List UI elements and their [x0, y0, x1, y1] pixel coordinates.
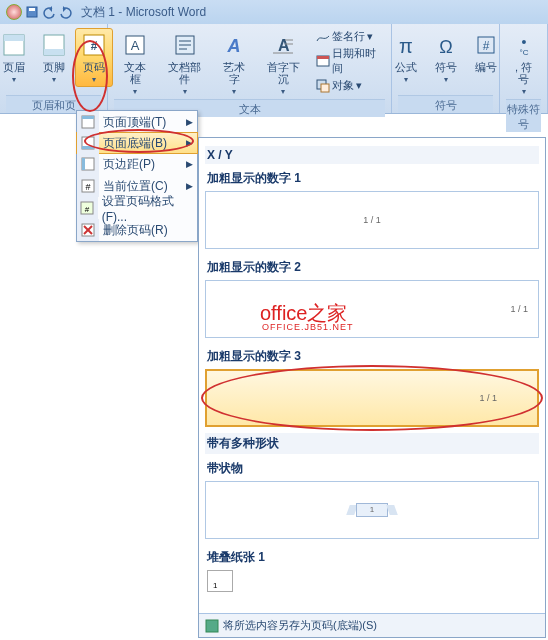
svg-rect-5 [44, 49, 64, 55]
save-icon[interactable] [25, 5, 39, 19]
gallery-save-selection[interactable]: 将所选内容另存为页码(底端)(S) [199, 613, 545, 637]
object-icon [316, 79, 330, 93]
calendar-icon [316, 54, 330, 68]
svg-text:A: A [227, 36, 241, 56]
footer-button[interactable]: 页脚▾ [35, 28, 73, 87]
special-symbol-button[interactable]: •°C , 符号▾ [505, 28, 543, 99]
save-selection-icon [205, 619, 219, 633]
window-title: 文档 1 - Microsoft Word [81, 4, 206, 21]
svg-rect-30 [82, 116, 94, 119]
svg-rect-32 [82, 146, 94, 149]
gallery-item[interactable]: 1 [205, 572, 539, 592]
menu-item-margin[interactable]: 页边距(P)▶ [77, 153, 197, 175]
quick-parts-button[interactable]: 文档部件▾ [158, 28, 211, 99]
signature-line-button[interactable]: 签名行 ▾ [316, 28, 385, 45]
quick-access-toolbar [6, 4, 73, 20]
signature-icon [316, 30, 330, 44]
gallery-item[interactable]: 加粗显示的数字 2 1 / 1 [205, 255, 539, 338]
dropcap-button[interactable]: A 首字下沉▾ [257, 28, 310, 99]
textbox-button[interactable]: A 文本框▾ [114, 28, 156, 99]
menu-item-format[interactable]: # 设置页码格式(F)... [77, 197, 197, 219]
svg-rect-22 [321, 84, 329, 92]
svg-text:#: # [90, 39, 97, 53]
svg-text:#: # [85, 205, 90, 214]
title-bar: 文档 1 - Microsoft Word [0, 0, 548, 24]
svg-rect-1 [29, 8, 35, 11]
header-button[interactable]: 页眉▾ [0, 28, 33, 87]
gallery-item[interactable]: 加粗显示的数字 3 1 / 1 [205, 344, 539, 427]
undo-icon[interactable] [42, 5, 56, 19]
number-button[interactable]: # 编号 [467, 28, 505, 76]
group-label: 符号 [398, 95, 493, 113]
wordart-button[interactable]: A 艺术字▾ [213, 28, 255, 99]
gallery-item[interactable]: 带状物 1 [205, 456, 539, 539]
redo-icon[interactable] [59, 5, 73, 19]
svg-text:#: # [85, 182, 90, 192]
svg-text:π: π [399, 35, 413, 57]
menu-item-remove[interactable]: 删除页码(R) [77, 219, 197, 241]
menu-item-top[interactable]: 页面顶端(T)▶ [77, 111, 197, 133]
page-number-gallery: X / Y 加粗显示的数字 1 1 / 1 加粗显示的数字 2 1 / 1 加粗… [198, 137, 546, 638]
menu-item-bottom[interactable]: 页面底端(B)▶ [76, 132, 198, 154]
svg-rect-20 [317, 56, 329, 59]
page-number-menu: 页面顶端(T)▶ 页面底端(B)▶ 页边距(P)▶ # 当前位置(C)▶ # 设… [76, 110, 198, 242]
gallery-item[interactable]: 加粗显示的数字 1 1 / 1 [205, 166, 539, 249]
gallery-section-stack: 堆叠纸张 1 [205, 545, 539, 570]
page-top-icon [81, 115, 95, 129]
symbol-button[interactable]: Ω 符号▾ [427, 28, 465, 87]
page-bottom-icon [81, 136, 95, 150]
office-button[interactable] [6, 4, 22, 20]
svg-text:A: A [131, 38, 140, 53]
svg-text:Ω: Ω [439, 37, 452, 57]
page-number-button[interactable]: # 页码▾ [75, 28, 113, 87]
ribbon-shape-icon: 1 [352, 503, 392, 517]
equation-button[interactable]: π 公式▾ [387, 28, 425, 87]
format-icon: # [80, 201, 94, 215]
remove-icon [81, 223, 95, 237]
object-button[interactable]: 对象 ▾ [316, 77, 385, 94]
gallery-section-xy: X / Y [205, 146, 539, 164]
gallery-section-shapes: 带有多种形状 [205, 433, 539, 454]
watermark-url: OFFICE.JB51.NET [262, 322, 354, 332]
svg-text:°C: °C [519, 48, 528, 57]
svg-rect-42 [206, 620, 218, 632]
ribbon: 页眉▾ 页脚▾ # 页码▾ 页眉和页 A 文本框▾ 文档部件▾ A [0, 24, 548, 114]
current-pos-icon: # [81, 179, 95, 193]
datetime-button[interactable]: 日期和时间 [316, 45, 385, 77]
stack-icon: 1 [209, 572, 233, 592]
svg-rect-3 [4, 35, 24, 41]
svg-text:#: # [482, 39, 489, 53]
svg-rect-34 [82, 158, 85, 170]
group-label: 特殊符号 [506, 99, 541, 132]
page-margin-icon [81, 157, 95, 171]
